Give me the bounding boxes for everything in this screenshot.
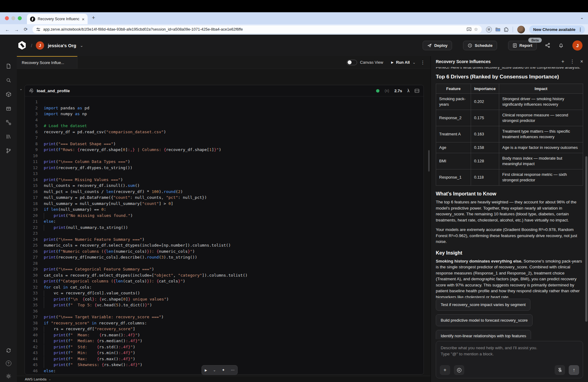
panel-menu-icon[interactable]: ⋮ <box>570 59 575 64</box>
insert-block-button[interactable] <box>454 365 464 375</box>
library-icon[interactable] <box>6 134 11 139</box>
code-line[interactable]: 28 <box>28 260 424 267</box>
code-line[interactable]: 25numeric_cols = recovery_df.select_dtyp… <box>28 242 424 248</box>
code-line[interactable]: 38if "recovery_score" in recovery_df.col… <box>28 320 424 326</box>
code-line[interactable]: 3import numpy as np <box>28 111 424 117</box>
folder-icon[interactable] <box>495 27 500 32</box>
back-button[interactable]: ← <box>3 27 12 32</box>
search-icon[interactable] <box>6 78 11 83</box>
run-block-icon[interactable]: ▶ <box>205 369 207 372</box>
code-line[interactable]: 9print(f"Rows: {recovery_df.shape[0]:,} … <box>28 147 424 153</box>
code-line[interactable]: 24print("\n=== Numeric Feature Summary =… <box>28 236 424 243</box>
code-line[interactable]: 8print("=== Dataset Shape ===") <box>28 141 424 147</box>
code-line[interactable]: 30cat_cols = recovery_df.select_dtypes(i… <box>28 272 424 278</box>
zoom-window-button[interactable] <box>18 16 22 20</box>
schedule-button[interactable]: Schedule <box>463 41 497 50</box>
chat-input[interactable]: Describe what you need help with, and I'… <box>436 341 583 378</box>
code-line[interactable]: 6recovery_df = pd.read_csv("comparison_d… <box>28 129 424 135</box>
m-extension-icon[interactable]: M <box>486 27 492 32</box>
code-line[interactable]: 34 print(f"\n {col}: {vc.shape[0]} uniqu… <box>28 296 424 302</box>
new-chat-icon[interactable]: + <box>561 59 564 64</box>
user-avatar[interactable]: J <box>572 40 582 51</box>
extensions-puzzle-icon[interactable] <box>504 27 508 32</box>
code-line[interactable]: 43 print(f" Min: {rs.min():.4f}") <box>28 350 424 356</box>
forward-button[interactable]: → <box>12 27 21 32</box>
code-line[interactable]: 42 print(f" Std: {rs.std():.4f}") <box>28 344 424 350</box>
runtime-chevron-icon[interactable]: ⌄ <box>49 377 51 381</box>
site-settings-icon[interactable] <box>36 27 40 32</box>
address-bar[interactable]: app.zerve.ai/notebook/b1f3e14f-f88d-4dae… <box>32 25 482 33</box>
code-line[interactable]: 37print("\n=== Target Variable: recovery… <box>28 314 424 320</box>
notifications-bell-icon[interactable] <box>558 43 564 48</box>
code-line[interactable]: 35 print(f" Top 5: {vc.head(5).to_dict()… <box>28 302 424 308</box>
attach-button[interactable]: + <box>440 365 450 375</box>
runtime-selector[interactable]: AWS Lambda <box>25 377 47 381</box>
code-line[interactable]: 1 <box>28 99 424 105</box>
send-button[interactable]: ↑ <box>569 365 579 375</box>
install-app-icon[interactable] <box>467 27 471 32</box>
code-line[interactable]: 26print(f"Numeric columns ({len(numeric_… <box>28 248 424 255</box>
lambda-icon[interactable]: λ <box>407 88 409 93</box>
notebook-scrollbar[interactable] <box>428 150 430 172</box>
run-options-chevron-icon[interactable]: ⌄ <box>213 368 216 372</box>
share-icon[interactable] <box>545 43 550 48</box>
bookmark-star-icon[interactable]: ☆ <box>474 27 478 32</box>
code-line[interactable]: 39 rs = recovery_df["recovery_score"] <box>28 326 424 332</box>
code-line[interactable]: 29print("\n=== Categorical Feature Summa… <box>28 266 424 272</box>
notebook-tab[interactable]: Recovery Score Influe... <box>17 56 77 69</box>
chrome-update-chip[interactable]: New Chrome available ⋮ <box>529 25 585 34</box>
browser-tab[interactable]: Recovery Score Influencing F × <box>27 14 88 24</box>
minimize-window-button[interactable] <box>11 16 15 20</box>
code-line[interactable]: 22 print(null_summary.to_string()) <box>28 225 424 231</box>
code-line[interactable]: 13 <box>28 171 424 177</box>
code-line[interactable]: 16null_pct = (null_counts / len(recovery… <box>28 189 424 195</box>
code-editor[interactable]: 12import pandas as pd3import numpy as np… <box>25 96 424 374</box>
more-options-icon[interactable]: ⋯ <box>231 368 234 372</box>
browser-profile-avatar[interactable] <box>517 26 525 33</box>
code-line[interactable]: 27print(recovery_df[numeric_cols].descri… <box>28 254 424 260</box>
canvas-view-toggle[interactable] <box>347 60 357 65</box>
code-line[interactable]: 7 <box>28 135 424 141</box>
code-line[interactable]: 2import pandas as pd <box>28 105 424 111</box>
suggestion-button[interactable]: Identify non-linear relationships with t… <box>436 330 531 339</box>
code-line[interactable]: 10 <box>28 153 424 159</box>
code-line[interactable]: 20 print("No missing values found.") <box>28 213 424 219</box>
new-tab-button[interactable]: + <box>92 15 95 21</box>
code-line[interactable]: 41 print(f" Median: {rs.median():.4f}") <box>28 338 424 344</box>
org-name[interactable]: jessica's Org <box>48 43 76 48</box>
zerve-logo-icon[interactable] <box>17 40 27 50</box>
code-line[interactable]: 44 print(f" Max: {rs.max():.4f}") <box>28 356 424 362</box>
url-text[interactable]: app.zerve.ai/notebook/b1f3e14f-f88d-4dae… <box>43 27 464 32</box>
suggestion-button[interactable]: Test if recovery_score impact varies by … <box>436 299 530 311</box>
run-all-button[interactable]: Run All <box>396 60 410 65</box>
loop-icon[interactable] <box>6 348 11 353</box>
settings-gear-icon[interactable] <box>6 373 11 379</box>
cube-icon[interactable] <box>6 92 11 97</box>
files-icon[interactable] <box>6 63 11 69</box>
panel-close-icon[interactable]: × <box>580 59 583 64</box>
code-line[interactable]: 11print("\n=== Column Data Types ===") <box>28 159 424 165</box>
tab-close-icon[interactable]: × <box>82 17 85 21</box>
code-line[interactable]: 17null_summary = pd.DataFrame({"count": … <box>28 195 424 201</box>
window-scrollbar-thumb[interactable] <box>585 156 587 322</box>
code-block-header[interactable]: load_and_profile (x) 2.7s λ <box>25 85 424 96</box>
suggestion-button[interactable]: Build predictive model to forecast recov… <box>436 314 533 326</box>
package-icon[interactable] <box>6 106 11 111</box>
mic-off-button[interactable] <box>555 365 565 375</box>
run-all-play-icon[interactable]: ▶ <box>391 61 394 64</box>
code-line[interactable]: 33 vc = recovery_df[col].value_counts() <box>28 290 424 296</box>
reload-button[interactable]: ⟳ <box>21 27 30 32</box>
code-line[interactable]: 14print("\n=== Missing Values ===") <box>28 177 424 183</box>
code-line[interactable]: 4 <box>28 117 424 123</box>
code-line[interactable]: 5# Load the dataset <box>28 123 424 129</box>
run-all-chevron-icon[interactable]: ⌄ <box>413 60 416 65</box>
git-branch-icon[interactable] <box>6 148 11 153</box>
code-line[interactable]: 15null_counts = recovery_df.isnull().sum… <box>28 183 424 189</box>
browser-menu-icon[interactable]: ⋮ <box>578 27 582 32</box>
code-line[interactable]: 31print(f"Categorical columns ({len(cat_… <box>28 278 424 284</box>
code-line[interactable]: 21else: <box>28 218 424 225</box>
ai-sparkle-icon[interactable]: ✦ <box>222 368 225 372</box>
tab-overflow-icon[interactable]: ⌄ <box>580 15 584 20</box>
deploy-button[interactable]: Deploy <box>423 41 452 50</box>
code-line[interactable]: 32for col in cat_cols: <box>28 284 424 290</box>
